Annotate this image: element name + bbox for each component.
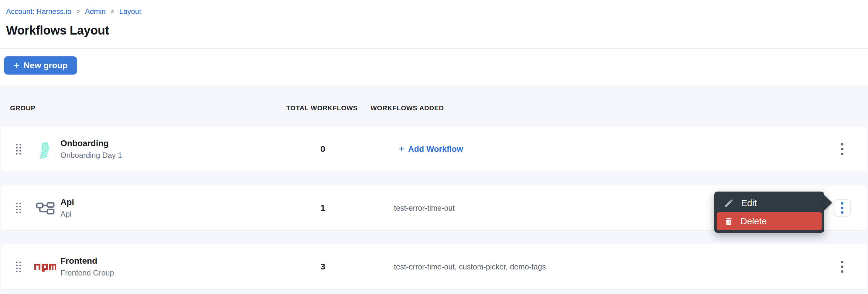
group-info: Onboarding Onboarding Day 1	[58, 139, 274, 160]
trash-icon	[724, 216, 733, 226]
column-header-workflows-added: WORKFLOWS ADDED	[371, 104, 818, 112]
new-group-button[interactable]: + New group	[4, 57, 77, 75]
drag-handle[interactable]	[16, 262, 21, 272]
group-description: Frontend Group	[60, 268, 274, 277]
plus-icon: +	[13, 60, 20, 70]
group-info: Frontend Frontend Group	[58, 256, 274, 277]
group-description: Onboarding Day 1	[60, 151, 274, 160]
svg-text:B: B	[40, 139, 51, 154]
total-workflows-count: 3	[274, 262, 371, 271]
row-context-menu: Edit Delete	[714, 191, 824, 233]
table-header-row: GROUP TOTAL WORKFLOWS WORKFLOWS ADDED	[0, 104, 868, 112]
group-description: Api	[60, 210, 274, 219]
group-name: Api	[60, 197, 274, 207]
table-row-frontend: Frontend Frontend Group 3 test-error-tim…	[1, 244, 867, 289]
context-menu-delete-item[interactable]: Delete	[717, 212, 822, 230]
table-row-onboarding: B B B B B Onboarding Onboarding Day 1 0 …	[1, 127, 867, 172]
new-group-button-label: New group	[24, 61, 68, 70]
column-header-group: GROUP	[0, 104, 273, 112]
workflows-layout-page: { "breadcrumb": { "separator": ">", "ite…	[0, 0, 868, 294]
action-bar: + New group	[0, 49, 868, 85]
add-workflow-label: Add Workflow	[408, 145, 463, 154]
workflow-tree-icon	[36, 200, 55, 215]
breadcrumb-layout-link[interactable]: Layout	[119, 7, 141, 16]
row-menu-kebab-button[interactable]	[838, 140, 846, 158]
row-menu-kebab-button[interactable]	[838, 258, 846, 276]
total-workflows-count: 1	[274, 203, 371, 213]
context-menu-edit-label: Edit	[741, 198, 757, 208]
breadcrumb-separator-icon: >	[76, 8, 80, 15]
group-name: Onboarding	[60, 139, 274, 148]
workflows-added-cell: test-error-time-out, custom-picker, demo…	[371, 262, 817, 271]
page-title: Workflows Layout	[6, 24, 868, 37]
group-info: Api Api	[58, 197, 274, 219]
stacked-b-logo: B B B B B	[35, 139, 55, 159]
add-workflow-link[interactable]: + Add Workflow	[394, 145, 463, 154]
workflows-added-cell: + Add Workflow	[371, 145, 817, 154]
plus-icon: +	[399, 144, 405, 154]
drag-handle[interactable]	[16, 203, 21, 213]
npm-logo	[34, 262, 57, 271]
row-menu-kebab-button-active[interactable]	[834, 199, 851, 216]
workflow-groups-panel: GROUP TOTAL WORKFLOWS WORKFLOWS ADDED B …	[0, 85, 868, 294]
breadcrumb-separator-icon: >	[111, 8, 114, 15]
page-header: Account: Harness.io > Admin > Layout Wor…	[0, 0, 868, 48]
pencil-icon	[724, 198, 734, 208]
group-name: Frontend	[60, 256, 274, 266]
total-workflows-count: 0	[274, 144, 371, 154]
breadcrumb-admin-link[interactable]: Admin	[85, 7, 106, 16]
breadcrumb-account-link[interactable]: Account: Harness.io	[6, 7, 71, 16]
column-header-total-workflows: TOTAL WORKFLOWS	[273, 104, 371, 112]
context-menu-edit-item[interactable]: Edit	[717, 194, 822, 212]
context-menu-delete-label: Delete	[740, 216, 767, 226]
breadcrumb: Account: Harness.io > Admin > Layout	[6, 7, 868, 16]
drag-handle[interactable]	[16, 144, 21, 155]
